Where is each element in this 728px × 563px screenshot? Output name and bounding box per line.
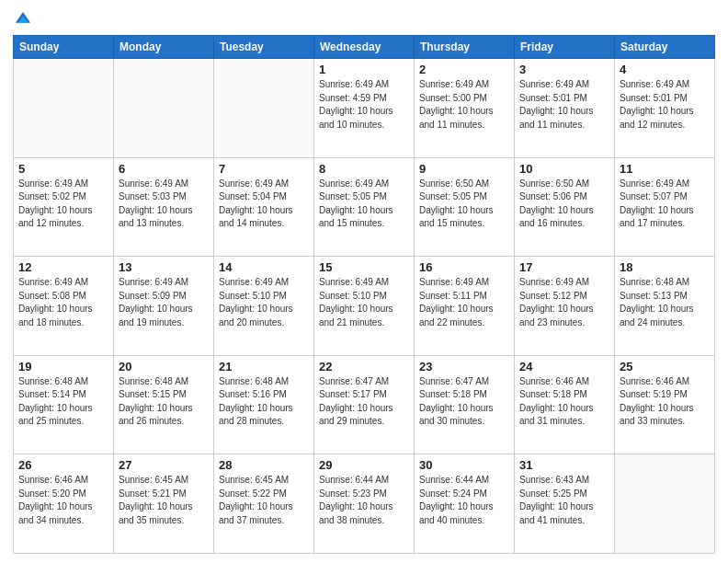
calendar-cell: 29Sunrise: 6:44 AM Sunset: 5:23 PM Dayli… [314,454,415,554]
weekday-header-thursday: Thursday [415,36,515,59]
week-row-4: 19Sunrise: 6:48 AM Sunset: 5:14 PM Dayli… [14,355,715,454]
day-number: 10 [519,162,609,176]
calendar-cell: 18Sunrise: 6:48 AM Sunset: 5:13 PM Dayli… [615,257,715,356]
calendar-cell: 12Sunrise: 6:49 AM Sunset: 5:08 PM Dayli… [14,257,114,356]
day-info: Sunrise: 6:50 AM Sunset: 5:06 PM Dayligh… [519,178,609,231]
day-number: 14 [219,260,309,274]
calendar-cell: 27Sunrise: 6:45 AM Sunset: 5:21 PM Dayli… [114,454,214,554]
day-info: Sunrise: 6:49 AM Sunset: 5:03 PM Dayligh… [119,178,209,231]
day-info: Sunrise: 6:48 AM Sunset: 5:13 PM Dayligh… [620,276,710,329]
calendar-cell: 15Sunrise: 6:49 AM Sunset: 5:10 PM Dayli… [314,257,415,356]
day-info: Sunrise: 6:49 AM Sunset: 5:04 PM Dayligh… [219,178,309,231]
weekday-header-friday: Friday [515,36,615,59]
week-row-1: 1Sunrise: 6:49 AM Sunset: 4:59 PM Daylig… [14,59,715,158]
day-info: Sunrise: 6:48 AM Sunset: 5:16 PM Dayligh… [219,375,309,429]
day-number: 9 [419,162,509,176]
calendar-cell [615,454,715,554]
calendar-cell: 6Sunrise: 6:49 AM Sunset: 5:03 PM Daylig… [114,157,214,257]
day-number: 24 [519,360,609,373]
calendar-cell: 7Sunrise: 6:49 AM Sunset: 5:04 PM Daylig… [214,157,314,257]
day-number: 30 [419,458,509,472]
calendar-cell [214,59,314,158]
day-info: Sunrise: 6:46 AM Sunset: 5:18 PM Dayligh… [519,375,609,429]
calendar-cell [114,59,214,158]
day-number: 2 [419,63,509,76]
day-number: 12 [18,260,108,274]
calendar-cell: 2Sunrise: 6:49 AM Sunset: 5:00 PM Daylig… [415,59,515,158]
calendar-table: SundayMondayTuesdayWednesdayThursdayFrid… [13,35,715,554]
day-info: Sunrise: 6:49 AM Sunset: 5:07 PM Dayligh… [620,178,710,231]
calendar-cell: 5Sunrise: 6:49 AM Sunset: 5:02 PM Daylig… [14,157,114,257]
calendar-cell: 16Sunrise: 6:49 AM Sunset: 5:11 PM Dayli… [415,257,515,356]
weekday-header-wednesday: Wednesday [314,36,415,59]
day-number: 8 [319,162,409,176]
day-info: Sunrise: 6:45 AM Sunset: 5:22 PM Dayligh… [219,474,309,527]
page: SundayMondayTuesdayWednesdayThursdayFrid… [0,0,728,563]
day-number: 6 [119,162,209,176]
day-number: 3 [519,63,609,76]
day-number: 17 [519,260,609,274]
day-info: Sunrise: 6:49 AM Sunset: 5:05 PM Dayligh… [319,178,409,231]
calendar-cell: 22Sunrise: 6:47 AM Sunset: 5:17 PM Dayli… [314,355,415,454]
day-info: Sunrise: 6:49 AM Sunset: 5:02 PM Dayligh… [18,178,108,231]
calendar-cell: 23Sunrise: 6:47 AM Sunset: 5:18 PM Dayli… [415,355,515,454]
calendar-cell: 8Sunrise: 6:49 AM Sunset: 5:05 PM Daylig… [314,157,415,257]
day-info: Sunrise: 6:46 AM Sunset: 5:20 PM Dayligh… [18,474,108,527]
weekday-header-tuesday: Tuesday [214,36,314,59]
day-number: 31 [519,458,609,472]
day-number: 1 [319,63,409,76]
day-info: Sunrise: 6:44 AM Sunset: 5:24 PM Dayligh… [419,474,509,527]
day-info: Sunrise: 6:46 AM Sunset: 5:19 PM Dayligh… [620,375,710,429]
calendar-cell: 30Sunrise: 6:44 AM Sunset: 5:24 PM Dayli… [415,454,515,554]
day-number: 25 [620,360,710,373]
weekday-header-monday: Monday [114,36,214,59]
day-info: Sunrise: 6:48 AM Sunset: 5:14 PM Dayligh… [18,375,108,429]
calendar-cell: 24Sunrise: 6:46 AM Sunset: 5:18 PM Dayli… [515,355,615,454]
day-info: Sunrise: 6:49 AM Sunset: 5:00 PM Dayligh… [419,78,509,132]
day-number: 26 [18,458,108,472]
calendar-cell: 17Sunrise: 6:49 AM Sunset: 5:12 PM Dayli… [515,257,615,356]
day-info: Sunrise: 6:49 AM Sunset: 5:01 PM Dayligh… [519,78,609,132]
week-row-5: 26Sunrise: 6:46 AM Sunset: 5:20 PM Dayli… [14,454,715,554]
weekday-header-sunday: Sunday [14,36,114,59]
day-info: Sunrise: 6:49 AM Sunset: 5:08 PM Dayligh… [18,276,108,329]
weekday-header-saturday: Saturday [615,36,715,59]
day-number: 16 [419,260,509,274]
day-info: Sunrise: 6:49 AM Sunset: 5:11 PM Dayligh… [419,276,509,329]
day-number: 11 [620,162,710,176]
day-number: 7 [219,162,309,176]
week-row-3: 12Sunrise: 6:49 AM Sunset: 5:08 PM Dayli… [14,257,715,356]
day-number: 13 [119,260,209,274]
day-number: 15 [319,260,409,274]
calendar-cell: 10Sunrise: 6:50 AM Sunset: 5:06 PM Dayli… [515,157,615,257]
calendar-cell: 3Sunrise: 6:49 AM Sunset: 5:01 PM Daylig… [515,59,615,158]
day-number: 27 [119,458,209,472]
day-info: Sunrise: 6:49 AM Sunset: 5:01 PM Dayligh… [620,78,710,132]
calendar-cell: 14Sunrise: 6:49 AM Sunset: 5:10 PM Dayli… [214,257,314,356]
day-info: Sunrise: 6:43 AM Sunset: 5:25 PM Dayligh… [519,474,609,527]
header [13,9,715,29]
calendar-cell: 11Sunrise: 6:49 AM Sunset: 5:07 PM Dayli… [615,157,715,257]
day-number: 29 [319,458,409,472]
calendar-cell: 20Sunrise: 6:48 AM Sunset: 5:15 PM Dayli… [114,355,214,454]
day-number: 5 [18,162,108,176]
calendar-cell: 13Sunrise: 6:49 AM Sunset: 5:09 PM Dayli… [114,257,214,356]
calendar-cell: 1Sunrise: 6:49 AM Sunset: 4:59 PM Daylig… [314,59,415,158]
day-info: Sunrise: 6:49 AM Sunset: 5:12 PM Dayligh… [519,276,609,329]
day-info: Sunrise: 6:49 AM Sunset: 5:09 PM Dayligh… [119,276,209,329]
calendar-cell: 9Sunrise: 6:50 AM Sunset: 5:05 PM Daylig… [415,157,515,257]
day-info: Sunrise: 6:47 AM Sunset: 5:17 PM Dayligh… [319,375,409,429]
logo-icon [13,9,33,29]
day-number: 21 [219,360,309,373]
day-info: Sunrise: 6:48 AM Sunset: 5:15 PM Dayligh… [119,375,209,429]
calendar-cell: 19Sunrise: 6:48 AM Sunset: 5:14 PM Dayli… [14,355,114,454]
day-info: Sunrise: 6:49 AM Sunset: 4:59 PM Dayligh… [319,78,409,132]
day-number: 22 [319,360,409,373]
day-number: 28 [219,458,309,472]
day-number: 18 [620,260,710,274]
week-row-2: 5Sunrise: 6:49 AM Sunset: 5:02 PM Daylig… [14,157,715,257]
calendar-cell: 26Sunrise: 6:46 AM Sunset: 5:20 PM Dayli… [14,454,114,554]
day-number: 4 [620,63,710,76]
day-info: Sunrise: 6:49 AM Sunset: 5:10 PM Dayligh… [219,276,309,329]
calendar-cell: 28Sunrise: 6:45 AM Sunset: 5:22 PM Dayli… [214,454,314,554]
